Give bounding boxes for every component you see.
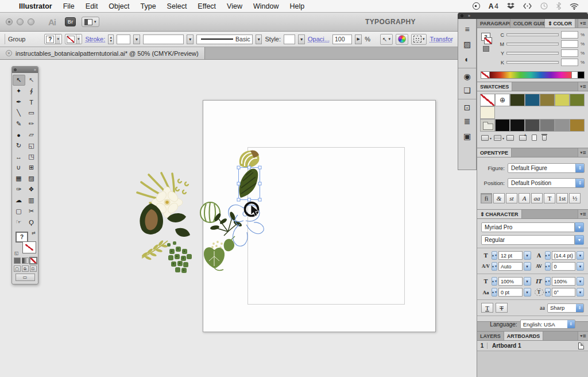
type-tool[interactable]: T — [25, 97, 38, 107]
figure-select[interactable]: Default Figure⇕ — [508, 163, 585, 173]
vertical-scale-stepper[interactable]: ▲▼ — [545, 277, 551, 286]
blob-brush-tool[interactable]: ● — [13, 129, 25, 140]
dock-expand-icon[interactable]: » — [468, 14, 470, 18]
spectrum-ramp[interactable] — [490, 72, 571, 78]
gradient-panel-icon[interactable]: ▨ — [458, 37, 476, 52]
channel-value-field[interactable] — [561, 59, 578, 66]
menu-item[interactable]: Select — [167, 2, 187, 10]
anti-aliasing-select[interactable]: Sharp⇕ — [547, 303, 584, 313]
new-swatch-icon[interactable] — [532, 134, 537, 141]
stroke-color-button[interactable]: ▾ — [65, 34, 83, 44]
paintbrush-tool[interactable]: ✎ — [13, 118, 25, 129]
horizontal-scale-stepper[interactable]: ▲▼ — [492, 277, 497, 286]
lasso-tool[interactable]: ∮ — [25, 86, 38, 97]
channel-value-field[interactable] — [561, 40, 578, 48]
variable-width-dropdown[interactable] — [143, 34, 184, 44]
tab-color[interactable]: ⇕COLOR — [545, 19, 575, 28]
close-window-button[interactable] — [6, 18, 13, 25]
tab-layers[interactable]: LAYERS — [477, 332, 504, 340]
swatch[interactable] — [570, 106, 585, 119]
pen-tool[interactable]: ✒ — [13, 97, 25, 107]
swatch[interactable] — [525, 94, 540, 106]
artboard-name[interactable]: Artboard 1 — [488, 343, 521, 349]
mesh-tool[interactable]: ▦ — [13, 173, 25, 184]
swatch[interactable] — [480, 119, 495, 132]
arrange-documents-button[interactable]: ▾ — [82, 17, 99, 27]
menu-item[interactable]: Window — [253, 2, 278, 10]
swash-button[interactable]: A — [519, 193, 530, 203]
position-select[interactable]: Default Position⇕ — [508, 178, 585, 188]
variable-width-dropdown-arrow[interactable]: ▼ — [187, 34, 194, 44]
code-menu-icon[interactable] — [523, 3, 532, 9]
panel-collapse-icon[interactable]: » — [34, 68, 36, 72]
pencil-tool[interactable]: ✏ — [25, 118, 38, 129]
swatch[interactable] — [555, 94, 570, 106]
tab-artboards[interactable]: ARTBOARDS — [504, 332, 544, 340]
ordinals-button[interactable]: 1st — [556, 193, 568, 203]
underline-button[interactable]: T — [481, 303, 493, 313]
panel-menu-icon[interactable]: ▾≣ — [578, 19, 588, 28]
swatch[interactable] — [510, 94, 525, 106]
stroke-weight-field[interactable] — [117, 34, 130, 44]
channel-slider[interactable] — [506, 33, 559, 36]
vertical-scale-field[interactable]: 100% — [552, 277, 576, 286]
panel-menu-icon[interactable]: ▾≣ — [578, 82, 588, 91]
eyedropper-tool[interactable]: ✑ — [13, 184, 25, 195]
swatch[interactable] — [525, 106, 540, 119]
screen-record-icon[interactable] — [473, 2, 480, 10]
swatch[interactable] — [540, 119, 555, 132]
stroke-indicator[interactable] — [23, 242, 36, 253]
default-fill-stroke-icon[interactable]: ◱ — [14, 251, 19, 256]
fractions-button[interactable]: ½ — [569, 193, 581, 203]
font-size-stepper[interactable]: ▲▼ — [492, 251, 497, 260]
baseline-shift-stepper[interactable]: ▲▼ — [492, 288, 497, 297]
symbol-sprayer-tool[interactable]: ☁ — [13, 195, 25, 206]
tracking-field[interactable]: 0 — [552, 262, 576, 271]
new-swatch-group-icon[interactable] — [519, 135, 527, 141]
align-panel-icon[interactable]: ≣ — [458, 114, 476, 129]
font-style-select[interactable]: Regular — [481, 235, 575, 245]
panel-menu-icon[interactable]: ▾≣ — [578, 210, 588, 218]
free-transform-tool[interactable]: ◳ — [25, 151, 38, 162]
leading-field[interactable]: (14.4 pt) — [552, 251, 576, 260]
opacity-field[interactable]: 100 — [332, 34, 352, 44]
brush-definition-arrow[interactable]: ▼ — [256, 34, 262, 44]
tools-panel-titlebar[interactable]: » — [12, 67, 38, 73]
swatch[interactable] — [510, 106, 525, 119]
channel-slider[interactable] — [506, 43, 559, 45]
swatch[interactable] — [480, 94, 495, 106]
zoom-window-button[interactable] — [28, 18, 34, 25]
magic-wand-tool[interactable]: ✦ — [13, 86, 25, 97]
character-rotation-stepper[interactable]: ▲▼ — [545, 288, 551, 297]
channel-slider[interactable] — [506, 52, 559, 55]
style-dropdown-arrow[interactable]: ▼ — [298, 34, 305, 44]
swatch[interactable] — [495, 119, 510, 132]
style-dropdown[interactable] — [284, 34, 295, 44]
strikethrough-button[interactable]: T — [496, 303, 508, 313]
horizontal-scale-dropdown[interactable]: ▼ — [524, 277, 531, 286]
screen-mode-button[interactable]: ▭ — [16, 274, 35, 281]
fill-indicator[interactable]: ? — [16, 232, 28, 243]
blend-tool[interactable]: ❖ — [25, 184, 38, 195]
draw-behind-button[interactable]: ⧉ — [22, 266, 29, 272]
spectrum-black[interactable] — [578, 72, 584, 78]
fill-stroke-indicator[interactable]: ⇄ ? ◱ — [14, 230, 36, 256]
baseline-shift-dropdown[interactable]: ▼ — [524, 288, 531, 297]
perspective-grid-tool[interactable]: ⊞ — [25, 162, 38, 173]
swatch[interactable] — [570, 119, 585, 132]
swatch[interactable] — [525, 119, 540, 132]
hand-tool[interactable]: ☞ — [13, 217, 25, 228]
artboard-row[interactable]: 1 Artboard 1 — [477, 341, 588, 351]
selection-tool[interactable]: ↖ — [13, 75, 25, 86]
width-tool[interactable]: ↔ — [13, 151, 25, 162]
column-graph-tool[interactable]: ▥ — [25, 195, 38, 206]
leading-dropdown[interactable]: ▼ — [577, 251, 584, 260]
menu-item[interactable]: Help — [289, 2, 304, 10]
go-to-bridge-button[interactable]: Br — [65, 17, 76, 26]
stroke-panel-icon[interactable]: ≡ — [458, 22, 476, 37]
tab-opentype[interactable]: OPENTYPE — [477, 148, 512, 157]
app-menu-illustrator[interactable]: Illustrator — [19, 2, 52, 10]
menu-item[interactable]: View — [227, 2, 242, 10]
swatch[interactable] — [555, 106, 570, 119]
transform-link[interactable]: Transfor — [430, 36, 453, 43]
